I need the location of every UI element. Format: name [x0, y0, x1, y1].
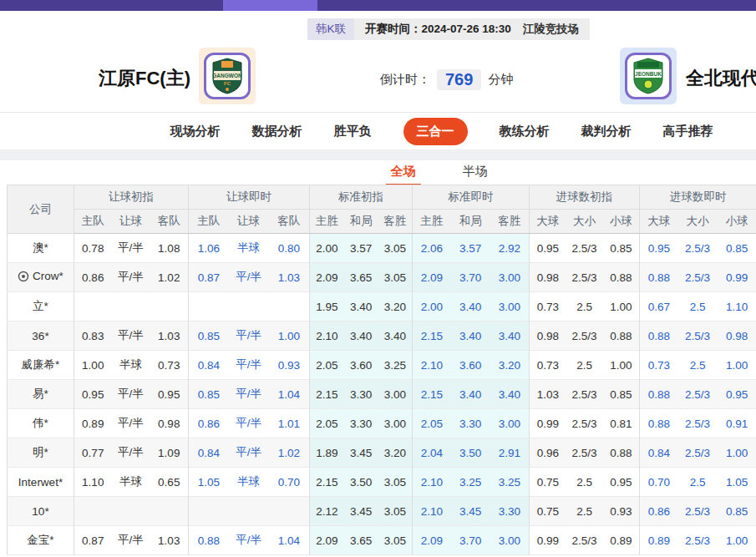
odds-cell[interactable]: 2.5/3	[678, 438, 718, 468]
odds-cell[interactable]: 0.85	[718, 497, 756, 526]
odds-cell[interactable]: 3.60	[451, 351, 490, 380]
nav-tab-7[interactable]: 高手推荐	[663, 124, 713, 139]
odds-cell[interactable]: 3.57	[451, 234, 490, 263]
period-tab-2[interactable]: 半场	[458, 160, 493, 186]
odds-cell[interactable]: 0.85	[189, 322, 229, 351]
odds-cell[interactable]: 0.87	[189, 263, 229, 292]
odds-cell[interactable]: 平/半	[229, 380, 269, 409]
bookmaker-name[interactable]: 10*	[8, 497, 74, 526]
bookmaker-name[interactable]: Crow*	[8, 263, 74, 292]
odds-cell[interactable]: 0.88	[640, 380, 678, 409]
odds-cell[interactable]: 3.40	[451, 292, 490, 322]
odds-cell[interactable]: 1.04	[269, 526, 310, 555]
bookmaker-name[interactable]: 易*	[8, 380, 74, 409]
odds-cell[interactable]: 2.5	[678, 292, 718, 322]
odds-cell[interactable]: 0.93	[269, 351, 310, 380]
bookmaker-name[interactable]: 36*	[8, 322, 74, 351]
odds-cell[interactable]: 0.80	[269, 234, 310, 263]
odds-cell[interactable]: 3.25	[451, 468, 490, 497]
odds-cell[interactable]: 2.09	[413, 263, 451, 292]
odds-cell[interactable]: 3.30	[451, 409, 490, 438]
odds-cell[interactable]: 2.15	[413, 322, 451, 351]
odds-cell[interactable]: 3.00	[490, 263, 530, 292]
odds-cell[interactable]: 0.88	[640, 322, 678, 351]
odds-cell[interactable]: 1.00	[718, 438, 756, 468]
odds-cell[interactable]: 3.00	[490, 526, 530, 555]
odds-cell[interactable]: 3.25	[490, 468, 530, 497]
odds-cell[interactable]: 0.85	[718, 234, 756, 263]
odds-cell[interactable]: 0.86	[189, 409, 229, 438]
odds-cell[interactable]: 2.5	[678, 351, 718, 380]
odds-cell[interactable]: 0.84	[640, 438, 678, 468]
odds-cell[interactable]: 1.00	[718, 526, 756, 555]
odds-cell[interactable]: 3.20	[490, 351, 530, 380]
odds-cell[interactable]: 2.10	[413, 468, 451, 497]
odds-cell[interactable]: 1.00	[718, 351, 756, 380]
bookmaker-name[interactable]: 威廉希*	[8, 351, 74, 380]
odds-cell[interactable]: 0.67	[640, 292, 678, 322]
odds-cell[interactable]: 3.40	[451, 380, 490, 409]
odds-cell[interactable]: 平/半	[229, 409, 269, 438]
odds-cell[interactable]: 2.00	[413, 292, 451, 322]
odds-cell[interactable]: 2.5/3	[678, 409, 718, 438]
bookmaker-name[interactable]: 金宝*	[8, 526, 74, 555]
odds-cell[interactable]: 0.98	[718, 322, 756, 351]
odds-cell[interactable]: 0.91	[718, 409, 756, 438]
odds-cell[interactable]: 0.88	[640, 409, 678, 438]
bookmaker-name[interactable]: 澳*	[8, 234, 74, 263]
odds-cell[interactable]: 2.91	[490, 438, 530, 468]
bookmaker-name[interactable]: 伟*	[8, 409, 74, 438]
odds-cell[interactable]: 0.85	[189, 380, 229, 409]
nav-tab-2[interactable]: 数据分析	[252, 124, 302, 139]
odds-cell[interactable]: 半球	[229, 234, 269, 263]
odds-cell[interactable]: 平/半	[229, 351, 269, 380]
nav-tab-4[interactable]: 三合一	[403, 118, 468, 145]
odds-cell[interactable]: 2.10	[413, 497, 451, 526]
nav-tab-3[interactable]: 胜平负	[334, 124, 372, 139]
nav-tab-1[interactable]: 现场分析	[170, 124, 221, 139]
odds-cell[interactable]: 0.95	[640, 234, 678, 263]
odds-cell[interactable]: 3.40	[490, 322, 530, 351]
period-tab-1[interactable]: 全场	[386, 160, 421, 186]
odds-cell[interactable]: 平/半	[229, 526, 269, 555]
odds-cell[interactable]: 0.99	[718, 263, 756, 292]
odds-cell[interactable]: 2.5/3	[678, 234, 718, 263]
odds-cell[interactable]: 0.84	[189, 351, 229, 380]
odds-cell[interactable]: 2.5/3	[678, 263, 718, 292]
odds-cell[interactable]: 2.09	[413, 526, 451, 555]
odds-cell[interactable]: 3.50	[451, 438, 490, 468]
odds-cell[interactable]: 2.04	[413, 438, 451, 468]
odds-cell[interactable]: 1.05	[718, 468, 756, 497]
odds-cell[interactable]: 1.05	[189, 468, 229, 497]
odds-cell[interactable]: 1.02	[269, 438, 310, 468]
odds-cell[interactable]: 2.5	[678, 468, 718, 497]
odds-cell[interactable]: 2.06	[413, 234, 451, 263]
odds-cell[interactable]: 3.00	[490, 292, 530, 322]
nav-tab-5[interactable]: 教练分析	[500, 124, 550, 139]
odds-cell[interactable]: 0.89	[640, 526, 678, 555]
odds-cell[interactable]: 2.10	[413, 351, 451, 380]
odds-cell[interactable]: 3.70	[451, 263, 490, 292]
odds-cell[interactable]: 0.70	[269, 468, 310, 497]
odds-cell[interactable]: 3.40	[490, 380, 530, 409]
odds-cell[interactable]: 1.06	[189, 234, 229, 263]
odds-cell[interactable]: 2.15	[413, 380, 451, 409]
odds-cell[interactable]: 0.84	[189, 438, 229, 468]
odds-cell[interactable]: 1.10	[718, 292, 756, 322]
odds-cell[interactable]: 2.5/3	[678, 526, 718, 555]
odds-cell[interactable]: 2.5/3	[678, 380, 718, 409]
odds-cell[interactable]: 3.70	[451, 526, 490, 555]
odds-cell[interactable]: 3.45	[451, 497, 490, 526]
odds-cell[interactable]: 1.04	[269, 380, 310, 409]
odds-cell[interactable]: 1.01	[269, 409, 310, 438]
odds-cell[interactable]: 0.73	[640, 351, 678, 380]
odds-cell[interactable]: 0.70	[640, 468, 678, 497]
odds-cell[interactable]: 3.30	[490, 497, 530, 526]
odds-cell[interactable]: 2.5/3	[678, 322, 718, 351]
odds-cell[interactable]: 0.95	[718, 380, 756, 409]
bookmaker-name[interactable]: 明*	[8, 438, 74, 468]
odds-cell[interactable]: 2.92	[490, 234, 530, 263]
odds-cell[interactable]: 3.00	[490, 409, 530, 438]
odds-cell[interactable]: 平/半	[229, 263, 269, 292]
odds-cell[interactable]: 平/半	[229, 322, 269, 351]
